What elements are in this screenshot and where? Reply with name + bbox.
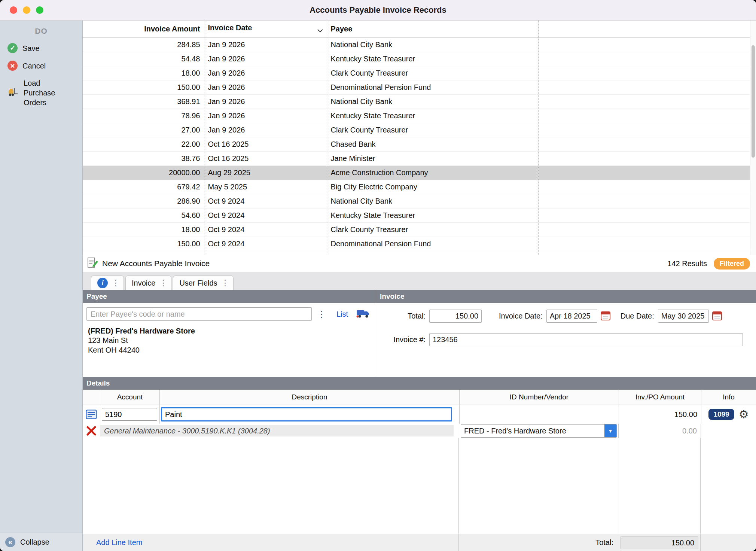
record-cell-amt[interactable]: 150.00 — [83, 237, 204, 251]
badge-1099[interactable]: 1099 — [708, 409, 734, 420]
vendor-truck-icon[interactable] — [356, 308, 370, 320]
sort-chevron-down-icon[interactable] — [317, 26, 323, 34]
record-cell-extra[interactable] — [539, 52, 750, 66]
record-cell-extra[interactable] — [539, 123, 750, 137]
drag-handle-icon[interactable]: ⋮ — [112, 279, 120, 287]
record-cell-payee[interactable]: National City Bank — [327, 95, 539, 109]
payee-list-link[interactable]: List — [336, 310, 348, 319]
record-cell-amt[interactable]: 54.48 — [83, 52, 204, 66]
line-account-input[interactable] — [102, 408, 157, 421]
record-cell-payee[interactable]: Chased Bank — [327, 137, 539, 152]
load-purchase-orders-button[interactable]: Load Purchase Orders — [0, 74, 82, 111]
record-cell-date[interactable]: Jan 9 2026 — [204, 80, 327, 95]
invoice-record-row[interactable]: 150.00Oct 9 2024Denominational Pension F… — [83, 237, 750, 251]
record-cell-extra[interactable] — [539, 180, 750, 194]
record-cell-date[interactable]: Oct 9 2024 — [204, 237, 327, 251]
record-cell-date[interactable]: Oct 9 2024 — [204, 194, 327, 208]
invoice-record-row[interactable]: 284.85Jan 9 2026National City Bank — [83, 38, 750, 52]
record-cell-payee[interactable]: Acme Construction Company — [327, 166, 539, 180]
record-cell-payee[interactable]: Kentucky State Treasurer — [327, 109, 539, 123]
column-header-payee[interactable]: Payee — [327, 21, 539, 38]
record-cell-amt[interactable]: 679.42 — [83, 180, 204, 194]
record-cell-extra[interactable] — [539, 251, 750, 256]
record-cell-extra[interactable] — [539, 137, 750, 152]
vendor-dropdown[interactable]: FRED - Fred's Hardware Store ▼ — [461, 424, 617, 438]
dropdown-chevron-icon[interactable]: ▼ — [604, 424, 616, 437]
record-cell-extra[interactable] — [539, 166, 750, 180]
record-cell-payee[interactable]: Denominational Pension Fund — [327, 237, 539, 251]
invoice-record-row[interactable]: 20000.00Aug 29 2025Acme Construction Com… — [83, 166, 750, 180]
save-button[interactable]: ✓ Save — [0, 39, 82, 57]
record-cell-date[interactable]: Jan 9 2026 — [204, 123, 327, 137]
record-cell-amt[interactable]: 78.96 — [83, 109, 204, 123]
invoice-record-row[interactable]: 54.48Jan 9 2026Kentucky State Treasurer — [83, 52, 750, 66]
line-form-icon[interactable] — [83, 405, 100, 424]
record-cell-payee[interactable]: National City Bank — [327, 194, 539, 208]
record-cell-amt[interactable]: 27.00 — [83, 123, 204, 137]
minimize-window-button[interactable] — [23, 6, 30, 14]
due-date-input[interactable] — [658, 310, 709, 323]
invoice-record-row[interactable]: 27.00Jan 9 2026Clark County Treasurer — [83, 123, 750, 137]
record-cell-payee[interactable]: National City Bank — [327, 38, 539, 52]
add-line-item-link[interactable]: Add Line Item — [83, 538, 142, 547]
record-cell-amt[interactable]: 54.60 — [83, 208, 204, 223]
column-header-invoice-date[interactable]: Invoice Date — [204, 21, 327, 38]
record-cell-extra[interactable] — [539, 80, 750, 95]
zoom-window-button[interactable] — [36, 6, 43, 14]
line-description-input[interactable] — [161, 407, 452, 421]
invoice-record-row[interactable]: 18.00Oct 9 2024Clark County Treasurer — [83, 223, 750, 237]
record-cell-amt[interactable]: 27.00 — [83, 251, 204, 256]
record-cell-date[interactable]: Oct 8 2024 — [204, 251, 327, 256]
invoice-record-row[interactable]: 150.00Jan 9 2026Denominational Pension F… — [83, 80, 750, 95]
record-cell-payee[interactable]: Clark County Treasurer — [327, 251, 539, 256]
record-cell-payee[interactable]: Big City Electric Company — [327, 180, 539, 194]
record-cell-payee[interactable]: Kentucky State Treasurer — [327, 208, 539, 223]
record-cell-extra[interactable] — [539, 237, 750, 251]
tab-info[interactable]: i ⋮ — [91, 276, 124, 290]
close-window-button[interactable] — [10, 6, 17, 14]
column-header-invoice-amount[interactable]: Invoice Amount — [83, 21, 204, 38]
record-cell-payee[interactable]: Clark County Treasurer — [327, 123, 539, 137]
record-cell-extra[interactable] — [539, 66, 750, 80]
invoice-record-row[interactable]: 368.91Jan 9 2026National City Bank — [83, 95, 750, 109]
record-cell-date[interactable]: Jan 9 2026 — [204, 52, 327, 66]
record-cell-date[interactable]: Aug 29 2025 — [204, 166, 327, 180]
filtered-badge[interactable]: Filtered — [714, 258, 750, 270]
record-cell-date[interactable]: Oct 9 2024 — [204, 208, 327, 223]
record-cell-extra[interactable] — [539, 152, 750, 166]
record-cell-amt[interactable]: 368.91 — [83, 95, 204, 109]
record-cell-amt[interactable]: 284.85 — [83, 38, 204, 52]
record-cell-extra[interactable] — [539, 109, 750, 123]
tab-invoice[interactable]: Invoice ⋮ — [125, 276, 171, 290]
invoice-record-row[interactable]: 22.00Oct 16 2025Chased Bank — [83, 137, 750, 152]
record-cell-payee[interactable]: Clark County Treasurer — [327, 66, 539, 80]
invoice-record-row[interactable]: 54.60Oct 9 2024Kentucky State Treasurer — [83, 208, 750, 223]
tab-user-fields[interactable]: User Fields ⋮ — [173, 276, 233, 290]
record-cell-date[interactable]: Oct 9 2024 — [204, 223, 327, 237]
invoice-record-row[interactable]: 38.76Oct 16 2025Jane Minister — [83, 152, 750, 166]
record-cell-date[interactable]: Oct 16 2025 — [204, 137, 327, 152]
record-cell-extra[interactable] — [539, 208, 750, 223]
invoice-record-row[interactable]: 286.90Oct 9 2024National City Bank — [83, 194, 750, 208]
record-cell-payee[interactable]: Clark County Treasurer — [327, 223, 539, 237]
record-cell-date[interactable]: May 5 2025 — [204, 180, 327, 194]
invoice-number-input[interactable] — [429, 333, 743, 346]
drag-handle-icon[interactable]: ⋮ — [221, 279, 229, 287]
record-cell-extra[interactable] — [539, 95, 750, 109]
payee-search-input[interactable] — [86, 307, 312, 321]
invoice-record-row[interactable]: 27.00Oct 8 2024Clark County Treasurer — [83, 251, 750, 256]
due-date-calendar-icon[interactable] — [712, 310, 722, 322]
records-scrollbar-thumb[interactable] — [752, 45, 755, 158]
record-cell-amt[interactable]: 18.00 — [83, 223, 204, 237]
record-cell-date[interactable]: Jan 9 2026 — [204, 95, 327, 109]
records-scrollbar[interactable] — [750, 21, 756, 255]
invoice-date-calendar-icon[interactable] — [600, 310, 611, 322]
delete-line-button[interactable] — [83, 424, 100, 438]
record-cell-date[interactable]: Oct 16 2025 — [204, 152, 327, 166]
record-cell-amt[interactable]: 18.00 — [83, 66, 204, 80]
drag-handle-icon[interactable]: ⋮ — [159, 279, 167, 287]
record-cell-extra[interactable] — [539, 194, 750, 208]
record-cell-extra[interactable] — [539, 223, 750, 237]
record-cell-amt[interactable]: 20000.00 — [83, 166, 204, 180]
record-cell-payee[interactable]: Jane Minister — [327, 152, 539, 166]
